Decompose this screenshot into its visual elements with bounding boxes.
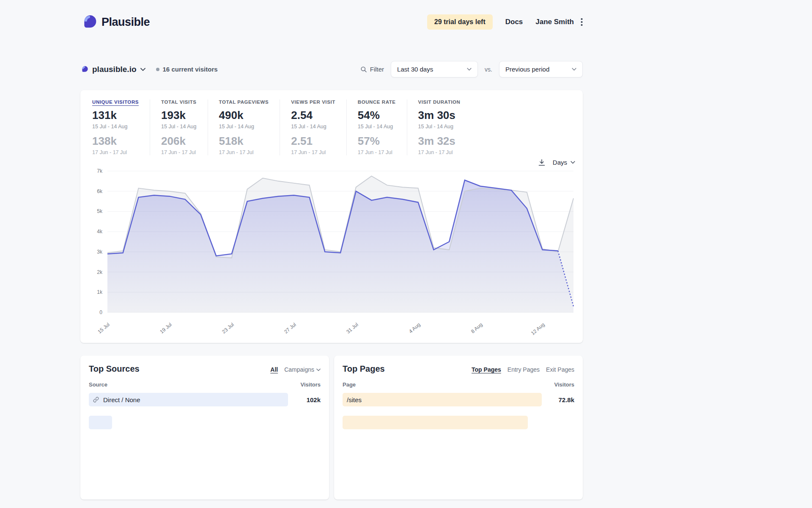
- svg-text:12 Aug: 12 Aug: [530, 322, 546, 335]
- top-sources-columns: Source Visitors: [89, 381, 321, 388]
- metric-prev-value: 206k: [161, 135, 197, 148]
- top-pages-head: Top Pages Top Pages Entry Pages Exit Pag…: [343, 364, 574, 374]
- table-row[interactable]: [343, 416, 574, 429]
- metric-label[interactable]: TOTAL VISITS: [161, 99, 197, 105]
- tab-exit-pages[interactable]: Exit Pages: [546, 366, 574, 373]
- tab-top-pages[interactable]: Top Pages: [472, 366, 501, 373]
- metric-total-pageviews[interactable]: TOTAL PAGEVIEWS 490k 15 Jul - 14 Aug 518…: [208, 99, 280, 155]
- table-row[interactable]: /sites 72.8k: [343, 393, 574, 406]
- brand-name: Plausible: [102, 16, 150, 29]
- tab-campaigns-label: Campaigns: [284, 366, 314, 373]
- svg-text:31 Jul: 31 Jul: [345, 322, 359, 335]
- metric-label[interactable]: VISIT DURATION: [418, 99, 461, 105]
- tab-campaigns[interactable]: Campaigns: [284, 366, 321, 373]
- chevron-down-icon: [571, 161, 575, 164]
- visitors-chart[interactable]: 01k2k3k4k5k6k7k15 Jul19 Jul23 Jul27 Jul3…: [87, 166, 578, 335]
- top-pages-tabs: Top Pages Entry Pages Exit Pages: [472, 366, 574, 373]
- metric-views-per-visit[interactable]: VIEWS PER VISIT 2.54 15 Jul - 14 Aug 2.5…: [280, 99, 346, 155]
- filter-label: Filter: [370, 66, 384, 73]
- table-row[interactable]: [89, 416, 321, 429]
- column-page: Page: [343, 381, 356, 388]
- metric-prev-period: 17 Jun - 17 Jul: [92, 149, 139, 155]
- row-label: Direct / None: [89, 396, 140, 403]
- live-dot-icon: [156, 68, 159, 71]
- metrics-row: UNIQUE VISITORS 131k 15 Jul - 14 Aug 138…: [92, 99, 575, 155]
- analytics-card: UNIQUE VISITORS 131k 15 Jul - 14 Aug 138…: [80, 90, 583, 343]
- svg-text:5k: 5k: [97, 208, 103, 214]
- search-icon: [360, 66, 367, 73]
- interval-value: Days: [553, 159, 567, 166]
- svg-text:4 Aug: 4 Aug: [408, 322, 422, 334]
- svg-text:7k: 7k: [97, 168, 103, 174]
- kebab-menu-icon[interactable]: [581, 18, 583, 26]
- row-bar: [343, 416, 528, 429]
- svg-text:15 Jul: 15 Jul: [96, 322, 111, 335]
- header-actions: 29 trial days left Docs Jane Smith: [427, 14, 583, 30]
- svg-text:1k: 1k: [97, 289, 103, 295]
- table-row[interactable]: Direct / None 102k: [89, 393, 321, 406]
- toolbar: Filter Last 30 days vs. Previous period: [360, 61, 583, 77]
- panel-title: Top Pages: [343, 364, 385, 374]
- date-range-select[interactable]: Last 30 days: [391, 61, 478, 77]
- svg-text:3k: 3k: [97, 249, 103, 255]
- compare-select[interactable]: Previous period: [499, 61, 583, 77]
- metric-label[interactable]: UNIQUE VISITORS: [92, 99, 139, 105]
- chevron-down-icon: [467, 68, 472, 71]
- metric-period: 15 Jul - 14 Aug: [291, 124, 335, 130]
- tab-all[interactable]: All: [270, 366, 278, 373]
- current-visitors-label: 16 current visitors: [163, 66, 218, 73]
- metric-prev-value: 2.51: [291, 135, 335, 148]
- column-visitors: Visitors: [301, 381, 321, 388]
- chart-controls: Days: [92, 159, 575, 166]
- metric-prev-period: 17 Jun - 17 Jul: [161, 149, 197, 155]
- chevron-down-icon: [140, 68, 145, 71]
- metric-label[interactable]: TOTAL PAGEVIEWS: [219, 99, 269, 105]
- site-switcher[interactable]: plausible.io 16 current visitors: [80, 65, 218, 74]
- metric-value: 490k: [219, 109, 269, 122]
- row-bar: [343, 393, 542, 406]
- metric-value: 193k: [161, 109, 197, 122]
- metric-prev-value: 138k: [92, 135, 139, 148]
- top-pages-rows: /sites 72.8k: [343, 393, 574, 429]
- svg-text:27 Jul: 27 Jul: [283, 322, 297, 335]
- metric-value: 131k: [92, 109, 139, 122]
- metric-visit-duration[interactable]: VISIT DURATION 3m 30s 15 Jul - 14 Aug 3m…: [407, 99, 472, 155]
- download-icon[interactable]: [538, 159, 545, 166]
- metric-prev-period: 17 Jun - 17 Jul: [291, 149, 335, 155]
- metric-period: 15 Jul - 14 Aug: [161, 124, 197, 130]
- chart-area: 01k2k3k4k5k6k7k15 Jul19 Jul23 Jul27 Jul3…: [87, 166, 575, 337]
- metric-label[interactable]: VIEWS PER VISIT: [291, 99, 335, 105]
- panel-title: Top Sources: [89, 364, 140, 374]
- metric-prev-value: 518k: [219, 135, 269, 148]
- svg-text:6k: 6k: [97, 188, 103, 194]
- svg-text:2k: 2k: [97, 269, 103, 275]
- tab-entry-pages[interactable]: Entry Pages: [508, 366, 540, 373]
- metric-label[interactable]: BOUNCE RATE: [358, 99, 396, 105]
- column-visitors: Visitors: [554, 381, 574, 388]
- row-value: 102k: [307, 396, 321, 403]
- metric-value: 2.54: [291, 109, 335, 122]
- brand[interactable]: Plausible: [80, 14, 150, 30]
- dashboard-page: Plausible 29 trial days left Docs Jane S…: [80, 0, 583, 500]
- top-pages-panel: Top Pages Top Pages Entry Pages Exit Pag…: [334, 356, 583, 500]
- current-visitors[interactable]: 16 current visitors: [156, 66, 218, 73]
- svg-text:4k: 4k: [97, 229, 103, 235]
- docs-link[interactable]: Docs: [505, 18, 523, 26]
- link-icon: [93, 397, 99, 403]
- metric-period: 15 Jul - 14 Aug: [418, 124, 461, 130]
- metric-period: 15 Jul - 14 Aug: [219, 124, 269, 130]
- svg-text:8 Aug: 8 Aug: [470, 322, 484, 334]
- filter-button[interactable]: Filter: [360, 66, 384, 73]
- column-source: Source: [89, 381, 107, 388]
- metric-period: 15 Jul - 14 Aug: [358, 124, 396, 130]
- metric-total-visits[interactable]: TOTAL VISITS 193k 15 Jul - 14 Aug 206k 1…: [150, 99, 208, 155]
- site-name[interactable]: plausible.io: [92, 65, 137, 74]
- interval-select[interactable]: Days: [553, 159, 575, 166]
- metric-unique-visitors[interactable]: UNIQUE VISITORS 131k 15 Jul - 14 Aug 138…: [92, 99, 150, 155]
- trial-badge[interactable]: 29 trial days left: [427, 14, 493, 30]
- metric-prev-value: 3m 32s: [418, 135, 461, 148]
- metric-bounce-rate[interactable]: BOUNCE RATE 54% 15 Jul - 14 Aug 57% 17 J…: [346, 99, 407, 155]
- user-menu[interactable]: Jane Smith: [535, 18, 574, 26]
- vs-label: vs.: [485, 66, 492, 73]
- svg-text:19 Jul: 19 Jul: [159, 322, 173, 335]
